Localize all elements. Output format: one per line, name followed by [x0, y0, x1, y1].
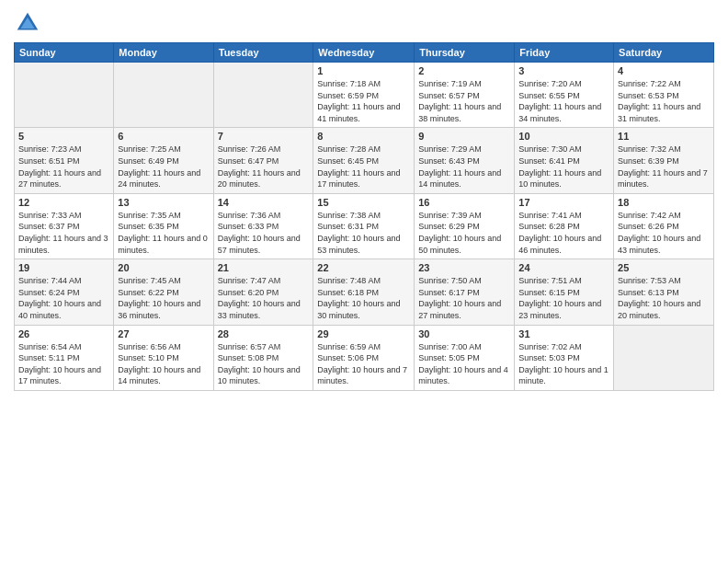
calendar-week-row: 19Sunrise: 7:44 AMSunset: 6:24 PMDayligh… — [15, 259, 714, 325]
calendar-cell: 18Sunrise: 7:42 AMSunset: 6:26 PMDayligh… — [614, 193, 714, 259]
logo-icon — [14, 9, 41, 37]
day-info: Sunrise: 6:56 AMSunset: 5:10 PMDaylight:… — [118, 341, 209, 387]
day-info: Sunrise: 7:51 AMSunset: 6:15 PMDaylight:… — [518, 275, 609, 321]
calendar-cell: 3Sunrise: 7:20 AMSunset: 6:55 PMDaylight… — [515, 63, 614, 128]
calendar-cell: 29Sunrise: 6:59 AMSunset: 5:06 PMDayligh… — [313, 325, 415, 390]
day-info: Sunrise: 7:33 AMSunset: 6:37 PMDaylight:… — [18, 210, 109, 256]
calendar-cell: 15Sunrise: 7:38 AMSunset: 6:31 PMDayligh… — [313, 193, 415, 259]
calendar-week-row: 5Sunrise: 7:23 AMSunset: 6:51 PMDaylight… — [15, 128, 714, 193]
calendar-cell — [15, 63, 114, 128]
calendar-cell: 6Sunrise: 7:25 AMSunset: 6:49 PMDaylight… — [114, 128, 213, 193]
calendar-cell: 23Sunrise: 7:50 AMSunset: 6:17 PMDayligh… — [415, 259, 515, 325]
day-number: 5 — [18, 131, 109, 142]
day-number: 3 — [518, 65, 609, 76]
day-number: 26 — [18, 328, 109, 339]
day-number: 30 — [418, 328, 510, 339]
calendar-cell: 20Sunrise: 7:45 AMSunset: 6:22 PMDayligh… — [114, 259, 213, 325]
calendar-cell: 26Sunrise: 6:54 AMSunset: 5:11 PMDayligh… — [15, 325, 114, 390]
day-info: Sunrise: 7:41 AMSunset: 6:28 PMDaylight:… — [518, 210, 609, 256]
day-number: 12 — [18, 197, 109, 208]
day-number: 31 — [518, 328, 609, 339]
calendar-cell — [213, 63, 313, 128]
day-info: Sunrise: 7:38 AMSunset: 6:31 PMDaylight:… — [317, 210, 410, 256]
day-number: 4 — [618, 65, 710, 76]
day-number: 20 — [118, 262, 209, 273]
calendar-cell: 27Sunrise: 6:56 AMSunset: 5:10 PMDayligh… — [114, 325, 213, 390]
day-number: 16 — [418, 197, 510, 208]
calendar-cell: 12Sunrise: 7:33 AMSunset: 6:37 PMDayligh… — [15, 193, 114, 259]
calendar-cell — [614, 325, 714, 390]
day-info: Sunrise: 7:23 AMSunset: 6:51 PMDaylight:… — [18, 144, 109, 190]
day-number: 1 — [317, 65, 410, 76]
calendar-cell: 21Sunrise: 7:47 AMSunset: 6:20 PMDayligh… — [213, 259, 313, 325]
calendar-week-row: 12Sunrise: 7:33 AMSunset: 6:37 PMDayligh… — [15, 193, 714, 259]
weekday-header-tuesday: Tuesday — [213, 43, 313, 63]
day-number: 22 — [317, 262, 410, 273]
day-number: 18 — [618, 197, 710, 208]
day-info: Sunrise: 7:26 AMSunset: 6:47 PMDaylight:… — [218, 144, 310, 190]
calendar-table: SundayMondayTuesdayWednesdayThursdayFrid… — [14, 42, 714, 391]
day-info: Sunrise: 6:59 AMSunset: 5:06 PMDaylight:… — [317, 341, 410, 387]
header — [14, 9, 714, 37]
weekday-header-friday: Friday — [515, 43, 614, 63]
day-info: Sunrise: 7:28 AMSunset: 6:45 PMDaylight:… — [317, 144, 410, 190]
day-info: Sunrise: 7:47 AMSunset: 6:20 PMDaylight:… — [218, 275, 310, 321]
calendar-header-row: SundayMondayTuesdayWednesdayThursdayFrid… — [15, 43, 714, 63]
day-info: Sunrise: 7:29 AMSunset: 6:43 PMDaylight:… — [418, 144, 510, 190]
day-number: 23 — [418, 262, 510, 273]
day-number: 7 — [218, 131, 310, 142]
day-info: Sunrise: 7:25 AMSunset: 6:49 PMDaylight:… — [118, 144, 209, 190]
day-number: 11 — [618, 131, 710, 142]
day-number: 29 — [317, 328, 410, 339]
day-info: Sunrise: 6:54 AMSunset: 5:11 PMDaylight:… — [18, 341, 109, 387]
day-info: Sunrise: 7:48 AMSunset: 6:18 PMDaylight:… — [317, 275, 410, 321]
day-number: 9 — [418, 131, 510, 142]
calendar-cell: 7Sunrise: 7:26 AMSunset: 6:47 PMDaylight… — [213, 128, 313, 193]
weekday-header-saturday: Saturday — [614, 43, 714, 63]
weekday-header-sunday: Sunday — [15, 43, 114, 63]
day-number: 19 — [18, 262, 109, 273]
calendar-cell: 1Sunrise: 7:18 AMSunset: 6:59 PMDaylight… — [313, 63, 415, 128]
day-info: Sunrise: 7:35 AMSunset: 6:35 PMDaylight:… — [118, 210, 209, 256]
day-number: 28 — [218, 328, 310, 339]
calendar-cell — [114, 63, 213, 128]
logo — [14, 9, 45, 37]
page: SundayMondayTuesdayWednesdayThursdayFrid… — [0, 0, 728, 563]
day-number: 6 — [118, 131, 209, 142]
day-info: Sunrise: 7:00 AMSunset: 5:05 PMDaylight:… — [418, 341, 510, 387]
day-info: Sunrise: 7:44 AMSunset: 6:24 PMDaylight:… — [18, 275, 109, 321]
day-info: Sunrise: 7:36 AMSunset: 6:33 PMDaylight:… — [218, 210, 310, 256]
day-number: 10 — [518, 131, 609, 142]
day-info: Sunrise: 7:45 AMSunset: 6:22 PMDaylight:… — [118, 275, 209, 321]
calendar-cell: 17Sunrise: 7:41 AMSunset: 6:28 PMDayligh… — [515, 193, 614, 259]
day-number: 15 — [317, 197, 410, 208]
calendar-cell: 24Sunrise: 7:51 AMSunset: 6:15 PMDayligh… — [515, 259, 614, 325]
day-info: Sunrise: 7:32 AMSunset: 6:39 PMDaylight:… — [618, 144, 710, 190]
day-info: Sunrise: 7:20 AMSunset: 6:55 PMDaylight:… — [518, 78, 609, 124]
day-number: 25 — [618, 262, 710, 273]
calendar-cell: 31Sunrise: 7:02 AMSunset: 5:03 PMDayligh… — [515, 325, 614, 390]
day-info: Sunrise: 6:57 AMSunset: 5:08 PMDaylight:… — [218, 341, 310, 387]
day-number: 24 — [518, 262, 609, 273]
calendar-cell: 25Sunrise: 7:53 AMSunset: 6:13 PMDayligh… — [614, 259, 714, 325]
calendar-cell: 16Sunrise: 7:39 AMSunset: 6:29 PMDayligh… — [415, 193, 515, 259]
calendar-cell: 2Sunrise: 7:19 AMSunset: 6:57 PMDaylight… — [415, 63, 515, 128]
calendar-cell: 30Sunrise: 7:00 AMSunset: 5:05 PMDayligh… — [415, 325, 515, 390]
day-info: Sunrise: 7:30 AMSunset: 6:41 PMDaylight:… — [518, 144, 609, 190]
calendar-cell: 10Sunrise: 7:30 AMSunset: 6:41 PMDayligh… — [515, 128, 614, 193]
day-info: Sunrise: 7:39 AMSunset: 6:29 PMDaylight:… — [418, 210, 510, 256]
calendar-cell: 14Sunrise: 7:36 AMSunset: 6:33 PMDayligh… — [213, 193, 313, 259]
day-number: 27 — [118, 328, 209, 339]
weekday-header-wednesday: Wednesday — [313, 43, 415, 63]
day-info: Sunrise: 7:22 AMSunset: 6:53 PMDaylight:… — [618, 78, 710, 124]
day-number: 2 — [418, 65, 510, 76]
day-info: Sunrise: 7:18 AMSunset: 6:59 PMDaylight:… — [317, 78, 410, 124]
calendar-cell: 4Sunrise: 7:22 AMSunset: 6:53 PMDaylight… — [614, 63, 714, 128]
calendar-cell: 8Sunrise: 7:28 AMSunset: 6:45 PMDaylight… — [313, 128, 415, 193]
calendar-cell: 28Sunrise: 6:57 AMSunset: 5:08 PMDayligh… — [213, 325, 313, 390]
day-number: 13 — [118, 197, 209, 208]
day-number: 17 — [518, 197, 609, 208]
calendar-cell: 19Sunrise: 7:44 AMSunset: 6:24 PMDayligh… — [15, 259, 114, 325]
calendar-cell: 13Sunrise: 7:35 AMSunset: 6:35 PMDayligh… — [114, 193, 213, 259]
calendar-cell: 5Sunrise: 7:23 AMSunset: 6:51 PMDaylight… — [15, 128, 114, 193]
